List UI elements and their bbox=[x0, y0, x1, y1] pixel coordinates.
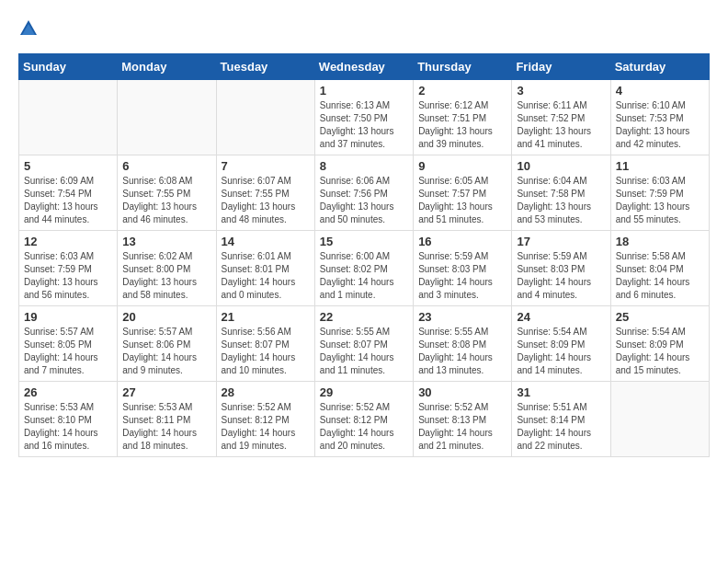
day-number: 11 bbox=[616, 159, 704, 173]
day-cell: 31Sunrise: 5:51 AM Sunset: 8:14 PM Dayli… bbox=[512, 382, 610, 457]
day-number: 27 bbox=[122, 385, 210, 399]
day-cell: 17Sunrise: 5:59 AM Sunset: 8:03 PM Dayli… bbox=[512, 231, 610, 306]
day-info: Sunrise: 6:11 AM Sunset: 7:52 PM Dayligh… bbox=[517, 99, 605, 151]
day-number: 16 bbox=[418, 235, 506, 248]
day-cell: 18Sunrise: 5:58 AM Sunset: 8:04 PM Dayli… bbox=[610, 231, 709, 306]
day-cell: 4Sunrise: 6:10 AM Sunset: 7:53 PM Daylig… bbox=[610, 80, 709, 155]
day-info: Sunrise: 6:04 AM Sunset: 7:58 PM Dayligh… bbox=[517, 175, 605, 226]
day-cell: 26Sunrise: 5:53 AM Sunset: 8:10 PM Dayli… bbox=[19, 382, 118, 457]
day-cell bbox=[610, 382, 709, 457]
day-info: Sunrise: 5:58 AM Sunset: 8:04 PM Dayligh… bbox=[616, 250, 704, 302]
day-info: Sunrise: 6:09 AM Sunset: 7:54 PM Dayligh… bbox=[24, 175, 112, 226]
day-cell: 25Sunrise: 5:54 AM Sunset: 8:09 PM Dayli… bbox=[610, 306, 709, 382]
week-row-1: 1Sunrise: 6:13 AM Sunset: 7:50 PM Daylig… bbox=[19, 80, 710, 155]
day-number: 17 bbox=[517, 235, 605, 248]
day-number: 7 bbox=[222, 159, 310, 173]
day-number: 24 bbox=[517, 310, 605, 324]
day-number: 15 bbox=[320, 235, 408, 248]
page-header bbox=[18, 18, 710, 39]
day-cell: 1Sunrise: 6:13 AM Sunset: 7:50 PM Daylig… bbox=[314, 80, 413, 155]
day-number: 13 bbox=[122, 235, 210, 248]
day-cell: 3Sunrise: 6:11 AM Sunset: 7:52 PM Daylig… bbox=[512, 80, 610, 155]
day-info: Sunrise: 6:02 AM Sunset: 8:00 PM Dayligh… bbox=[122, 250, 210, 302]
day-cell: 28Sunrise: 5:52 AM Sunset: 8:12 PM Dayli… bbox=[216, 382, 314, 457]
day-info: Sunrise: 6:00 AM Sunset: 8:02 PM Dayligh… bbox=[320, 250, 408, 302]
day-cell: 21Sunrise: 5:56 AM Sunset: 8:07 PM Dayli… bbox=[216, 306, 314, 382]
day-info: Sunrise: 5:51 AM Sunset: 8:14 PM Dayligh… bbox=[517, 401, 605, 453]
week-row-4: 19Sunrise: 5:57 AM Sunset: 8:05 PM Dayli… bbox=[19, 306, 710, 382]
day-number: 8 bbox=[320, 159, 408, 173]
logo-icon bbox=[18, 18, 39, 39]
day-cell: 11Sunrise: 6:03 AM Sunset: 7:59 PM Dayli… bbox=[610, 155, 709, 231]
day-info: Sunrise: 6:08 AM Sunset: 7:55 PM Dayligh… bbox=[122, 175, 210, 226]
weekday-monday: Monday bbox=[118, 54, 216, 80]
week-row-5: 26Sunrise: 5:53 AM Sunset: 8:10 PM Dayli… bbox=[19, 382, 710, 457]
day-cell bbox=[118, 80, 216, 155]
day-info: Sunrise: 6:03 AM Sunset: 7:59 PM Dayligh… bbox=[616, 175, 704, 226]
day-number: 2 bbox=[418, 84, 506, 98]
day-cell: 13Sunrise: 6:02 AM Sunset: 8:00 PM Dayli… bbox=[118, 231, 216, 306]
day-cell: 8Sunrise: 6:06 AM Sunset: 7:56 PM Daylig… bbox=[314, 155, 413, 231]
day-cell bbox=[19, 80, 118, 155]
weekday-thursday: Thursday bbox=[414, 54, 512, 80]
day-info: Sunrise: 5:52 AM Sunset: 8:13 PM Dayligh… bbox=[418, 401, 506, 453]
day-cell: 22Sunrise: 5:55 AM Sunset: 8:07 PM Dayli… bbox=[314, 306, 413, 382]
day-number: 9 bbox=[418, 159, 506, 173]
day-number: 1 bbox=[320, 84, 408, 98]
day-cell: 10Sunrise: 6:04 AM Sunset: 7:58 PM Dayli… bbox=[512, 155, 610, 231]
day-number: 12 bbox=[24, 235, 112, 248]
day-number: 5 bbox=[24, 159, 112, 173]
calendar-table: SundayMondayTuesdayWednesdayThursdayFrid… bbox=[18, 53, 710, 457]
day-number: 18 bbox=[616, 235, 704, 248]
day-info: Sunrise: 6:13 AM Sunset: 7:50 PM Dayligh… bbox=[320, 99, 408, 151]
week-row-3: 12Sunrise: 6:03 AM Sunset: 7:59 PM Dayli… bbox=[19, 231, 710, 306]
day-number: 31 bbox=[517, 385, 605, 399]
day-cell: 6Sunrise: 6:08 AM Sunset: 7:55 PM Daylig… bbox=[118, 155, 216, 231]
day-number: 28 bbox=[222, 385, 310, 399]
day-info: Sunrise: 6:07 AM Sunset: 7:55 PM Dayligh… bbox=[222, 175, 310, 226]
weekday-header-row: SundayMondayTuesdayWednesdayThursdayFrid… bbox=[19, 54, 710, 80]
day-info: Sunrise: 6:01 AM Sunset: 8:01 PM Dayligh… bbox=[222, 250, 310, 302]
day-info: Sunrise: 6:03 AM Sunset: 7:59 PM Dayligh… bbox=[24, 250, 112, 302]
day-info: Sunrise: 5:56 AM Sunset: 8:07 PM Dayligh… bbox=[222, 326, 310, 377]
day-info: Sunrise: 5:54 AM Sunset: 8:09 PM Dayligh… bbox=[517, 326, 605, 377]
day-number: 20 bbox=[122, 310, 210, 324]
day-info: Sunrise: 6:05 AM Sunset: 7:57 PM Dayligh… bbox=[418, 175, 506, 226]
day-info: Sunrise: 5:52 AM Sunset: 8:12 PM Dayligh… bbox=[320, 401, 408, 453]
logo bbox=[18, 18, 42, 39]
day-info: Sunrise: 5:57 AM Sunset: 8:06 PM Dayligh… bbox=[122, 326, 210, 377]
weekday-saturday: Saturday bbox=[610, 54, 709, 80]
weekday-tuesday: Tuesday bbox=[216, 54, 314, 80]
day-cell: 7Sunrise: 6:07 AM Sunset: 7:55 PM Daylig… bbox=[216, 155, 314, 231]
day-number: 4 bbox=[616, 84, 704, 98]
day-number: 30 bbox=[418, 385, 506, 399]
day-cell: 23Sunrise: 5:55 AM Sunset: 8:08 PM Dayli… bbox=[414, 306, 512, 382]
day-cell: 29Sunrise: 5:52 AM Sunset: 8:12 PM Dayli… bbox=[314, 382, 413, 457]
day-info: Sunrise: 5:55 AM Sunset: 8:07 PM Dayligh… bbox=[320, 326, 408, 377]
day-cell: 24Sunrise: 5:54 AM Sunset: 8:09 PM Dayli… bbox=[512, 306, 610, 382]
day-cell: 27Sunrise: 5:53 AM Sunset: 8:11 PM Dayli… bbox=[118, 382, 216, 457]
day-number: 19 bbox=[24, 310, 112, 324]
week-row-2: 5Sunrise: 6:09 AM Sunset: 7:54 PM Daylig… bbox=[19, 155, 710, 231]
day-info: Sunrise: 5:59 AM Sunset: 8:03 PM Dayligh… bbox=[517, 250, 605, 302]
day-number: 3 bbox=[517, 84, 605, 98]
day-info: Sunrise: 5:57 AM Sunset: 8:05 PM Dayligh… bbox=[24, 326, 112, 377]
day-info: Sunrise: 5:55 AM Sunset: 8:08 PM Dayligh… bbox=[418, 326, 506, 377]
weekday-sunday: Sunday bbox=[19, 54, 118, 80]
day-cell: 12Sunrise: 6:03 AM Sunset: 7:59 PM Dayli… bbox=[19, 231, 118, 306]
day-info: Sunrise: 5:53 AM Sunset: 8:11 PM Dayligh… bbox=[122, 401, 210, 453]
day-number: 6 bbox=[122, 159, 210, 173]
day-info: Sunrise: 5:59 AM Sunset: 8:03 PM Dayligh… bbox=[418, 250, 506, 302]
day-cell: 15Sunrise: 6:00 AM Sunset: 8:02 PM Dayli… bbox=[314, 231, 413, 306]
day-cell: 9Sunrise: 6:05 AM Sunset: 7:57 PM Daylig… bbox=[414, 155, 512, 231]
day-cell: 5Sunrise: 6:09 AM Sunset: 7:54 PM Daylig… bbox=[19, 155, 118, 231]
day-cell bbox=[216, 80, 314, 155]
day-info: Sunrise: 6:06 AM Sunset: 7:56 PM Dayligh… bbox=[320, 175, 408, 226]
day-info: Sunrise: 6:12 AM Sunset: 7:51 PM Dayligh… bbox=[418, 99, 506, 151]
day-cell: 19Sunrise: 5:57 AM Sunset: 8:05 PM Dayli… bbox=[19, 306, 118, 382]
weekday-friday: Friday bbox=[512, 54, 610, 80]
day-number: 25 bbox=[616, 310, 704, 324]
day-info: Sunrise: 5:52 AM Sunset: 8:12 PM Dayligh… bbox=[222, 401, 310, 453]
day-number: 21 bbox=[222, 310, 310, 324]
day-cell: 2Sunrise: 6:12 AM Sunset: 7:51 PM Daylig… bbox=[414, 80, 512, 155]
